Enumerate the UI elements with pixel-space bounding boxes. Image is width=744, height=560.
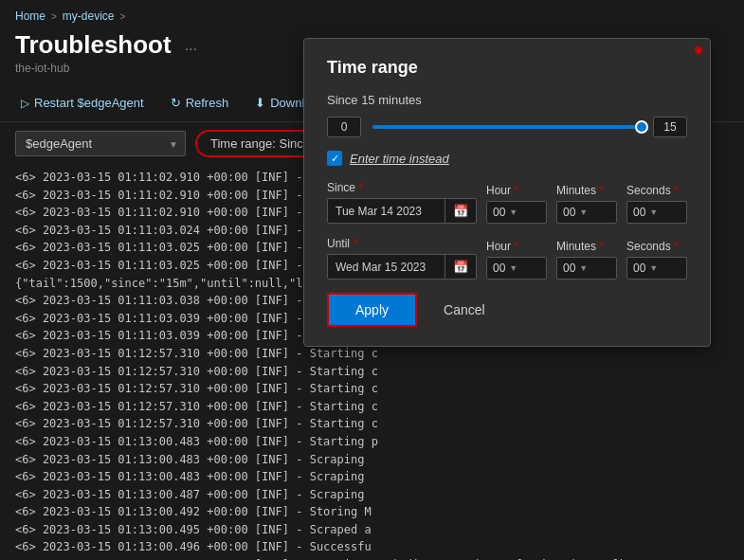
since-hour-arrow[interactable]: ▼: [509, 208, 517, 217]
until-calendar-icon[interactable]: 📅: [445, 255, 476, 279]
since-field-label: Since *: [327, 181, 477, 194]
until-minutes-label: Minutes *: [556, 240, 617, 253]
log-line: <6> 2023-03-15 01:13:01.443 +00:00 [INF]…: [15, 556, 729, 560]
until-date-input[interactable]: Wed Mar 15 2023 📅: [327, 254, 477, 280]
since-date-group: Since * Tue Mar 14 2023 📅: [327, 181, 477, 224]
breadcrumb-device[interactable]: my-device: [63, 9, 115, 23]
since-row: Since * Tue Mar 14 2023 📅 Hour * 00 ▼ Mi…: [327, 181, 687, 224]
since-time-group: Hour * 00 ▼: [486, 184, 547, 224]
since-date-input[interactable]: Tue Mar 14 2023 📅: [327, 198, 477, 224]
breadcrumb-sep1: >: [51, 11, 57, 22]
breadcrumb-home[interactable]: Home: [15, 9, 45, 23]
log-line: <6> 2023-03-15 01:13:00.483 +00:00 [INF]…: [15, 451, 729, 469]
until-minutes-group: Minutes * 00 ▼: [556, 240, 617, 280]
until-seconds-group: Seconds * 00 ▼: [626, 240, 687, 280]
checkbox-row: ✓ Enter time instead: [327, 151, 687, 166]
download-icon: ⬇: [255, 96, 265, 110]
slider-fill: [372, 125, 642, 129]
play-icon: ▷: [21, 97, 29, 110]
since-minutes-label: Minutes *: [556, 184, 617, 197]
agent-dropdown-wrapper: $edgeAgent ▼: [15, 131, 186, 156]
close-dot: [695, 46, 702, 54]
until-field-label: Until *: [327, 237, 477, 250]
since-minutes-arrow[interactable]: ▼: [579, 208, 588, 217]
restart-edgeagent-button[interactable]: ▷ Restart $edgeAgent: [15, 92, 150, 114]
slider-min-label: 0: [327, 117, 361, 137]
since-required: *: [358, 181, 363, 194]
until-time-group: Hour * 00 ▼: [486, 240, 547, 280]
until-hour-label: Hour *: [486, 240, 547, 253]
until-date-group: Until * Wed Mar 15 2023 📅: [327, 237, 477, 280]
since-seconds-label: Seconds *: [626, 184, 687, 197]
until-required: *: [353, 237, 357, 250]
apply-button[interactable]: Apply: [327, 293, 417, 327]
until-minutes-value: 00: [563, 262, 575, 275]
log-line: <6> 2023-03-15 01:12:57.310 +00:00 [INF]…: [15, 398, 729, 416]
until-seconds-select[interactable]: 00 ▼: [626, 257, 687, 280]
since-minutes-select[interactable]: 00 ▼: [556, 201, 617, 224]
log-line: <6> 2023-03-15 01:13:00.495 +00:00 [INF]…: [15, 521, 729, 539]
since-minutes-group: Minutes * 00 ▼: [556, 184, 617, 224]
since-hour-select[interactable]: 00 ▼: [486, 201, 547, 224]
slider-track[interactable]: [372, 125, 642, 129]
until-minutes-arrow[interactable]: ▼: [579, 263, 588, 273]
since-hour-value: 00: [493, 206, 505, 219]
log-line: <6> 2023-03-15 01:13:00.487 +00:00 [INF]…: [15, 486, 729, 504]
agent-dropdown[interactable]: $edgeAgent: [15, 131, 186, 156]
until-hour-select[interactable]: 00 ▼: [486, 257, 547, 280]
since-seconds-group: Seconds * 00 ▼: [626, 184, 687, 224]
time-range-panel: Time range Since 15 minutes 0 15 ✓ Enter…: [303, 38, 711, 347]
until-seconds-label: Seconds *: [626, 240, 687, 253]
until-minutes-select[interactable]: 00 ▼: [556, 257, 617, 280]
log-line: <6> 2023-03-15 01:12:57.310 +00:00 [INF]…: [15, 345, 729, 363]
since-label: Since 15 minutes: [327, 93, 687, 107]
slider-row: 0 15: [327, 117, 687, 137]
until-seconds-arrow[interactable]: ▼: [649, 263, 658, 273]
breadcrumb-sep2: >: [120, 11, 126, 22]
until-seconds-value: 00: [633, 262, 645, 275]
enter-time-checkbox[interactable]: ✓: [327, 151, 342, 166]
log-line: <6> 2023-03-15 01:13:00.483 +00:00 [INF]…: [15, 468, 729, 486]
page-title: Troubleshoot: [15, 30, 172, 60]
cancel-button[interactable]: Cancel: [428, 295, 500, 325]
enter-time-label[interactable]: Enter time instead: [350, 152, 449, 166]
since-hour-label: Hour *: [486, 184, 547, 197]
until-date-value: Wed Mar 15 2023: [328, 256, 445, 279]
breadcrumb: Home > my-device >: [0, 0, 744, 27]
since-minutes-value: 00: [563, 206, 575, 219]
slider-max-label: 15: [653, 117, 687, 137]
until-row: Until * Wed Mar 15 2023 📅 Hour * 00 ▼ Mi…: [327, 237, 687, 280]
until-hour-value: 00: [493, 262, 505, 275]
log-line: <6> 2023-03-15 01:12:57.310 +00:00 [INF]…: [15, 363, 729, 381]
since-label-text: Since: [327, 181, 355, 194]
log-line: <6> 2023-03-15 01:13:00.496 +00:00 [INF]…: [15, 538, 729, 556]
action-row: Apply Cancel: [327, 293, 687, 327]
refresh-icon: ↻: [171, 96, 181, 110]
log-line: <6> 2023-03-15 01:12:57.310 +00:00 [INF]…: [15, 380, 729, 398]
since-date-value: Tue Mar 14 2023: [328, 200, 445, 223]
log-line: <6> 2023-03-15 01:12:57.310 +00:00 [INF]…: [15, 415, 729, 433]
panel-title: Time range: [327, 58, 687, 78]
refresh-label: Refresh: [186, 96, 229, 110]
log-line: <6> 2023-03-15 01:13:00.483 +00:00 [INF]…: [15, 433, 729, 451]
log-line: <6> 2023-03-15 01:13:00.492 +00:00 [INF]…: [15, 503, 729, 521]
since-seconds-arrow[interactable]: ▼: [649, 208, 658, 217]
until-label-text: Until: [327, 237, 350, 250]
slider-thumb[interactable]: [635, 120, 648, 134]
restart-label: Restart $edgeAgent: [34, 96, 144, 110]
since-calendar-icon[interactable]: 📅: [445, 199, 476, 223]
more-options-button[interactable]: ...: [181, 37, 201, 54]
since-seconds-value: 00: [633, 206, 645, 219]
refresh-button[interactable]: ↻ Refresh: [165, 92, 235, 114]
since-seconds-select[interactable]: 00 ▼: [626, 201, 687, 224]
until-hour-arrow[interactable]: ▼: [509, 263, 517, 273]
